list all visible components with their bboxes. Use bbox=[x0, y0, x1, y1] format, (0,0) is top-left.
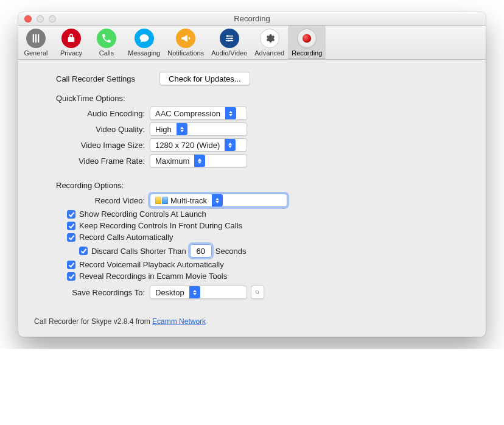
record-voicemail-checkbox[interactable] bbox=[67, 261, 75, 269]
reveal-tools-label: Reveal Recordings in Ecamm Movie Tools bbox=[79, 272, 227, 281]
zoom-window-button[interactable] bbox=[49, 15, 56, 23]
video-size-select[interactable]: 1280 x 720 (Wide) bbox=[150, 138, 247, 152]
svg-rect-2 bbox=[38, 34, 39, 43]
video-size-label: Video Image Size: bbox=[34, 141, 150, 150]
dropdown-arrows-icon bbox=[177, 123, 187, 135]
footer-text: Call Recorder for Skype v2.8.4 from bbox=[34, 317, 152, 326]
tab-notifications[interactable]: Notifications bbox=[164, 26, 208, 59]
magnifier-icon bbox=[255, 289, 260, 296]
record-auto-checkbox[interactable] bbox=[67, 233, 75, 242]
tab-label: Audio/Video bbox=[211, 49, 247, 57]
svg-point-3 bbox=[226, 35, 228, 37]
general-icon bbox=[26, 29, 46, 48]
show-controls-checkbox[interactable] bbox=[67, 210, 75, 219]
discard-short-label-pre: Discard Calls Shorter Than bbox=[91, 247, 186, 256]
tab-label: Advanced bbox=[254, 49, 284, 57]
dropdown-arrows-icon bbox=[212, 194, 223, 206]
tab-messaging[interactable]: Messaging bbox=[124, 26, 164, 59]
record-video-label: Record Video: bbox=[34, 196, 150, 205]
tab-advanced[interactable]: Advanced bbox=[251, 26, 288, 59]
tab-audio-video[interactable]: Audio/Video bbox=[208, 26, 251, 59]
multitrack-icon bbox=[155, 197, 168, 204]
keep-front-checkbox[interactable] bbox=[67, 222, 75, 230]
tab-label: Privacy bbox=[60, 49, 82, 57]
preferences-window: Recording General Privacy Calls Messagin… bbox=[18, 12, 486, 337]
lock-icon bbox=[61, 29, 81, 48]
quicktime-heading: QuickTime Options: bbox=[56, 94, 470, 103]
tab-label: Messaging bbox=[128, 49, 160, 57]
svg-rect-0 bbox=[33, 34, 34, 43]
video-quality-select[interactable]: High bbox=[150, 122, 247, 136]
tab-recording[interactable]: Recording bbox=[288, 26, 326, 59]
megaphone-icon bbox=[176, 29, 195, 48]
discard-short-label-post: Seconds bbox=[215, 247, 247, 256]
svg-rect-1 bbox=[35, 34, 37, 43]
record-video-select[interactable]: Multi-track bbox=[150, 194, 287, 207]
tab-general[interactable]: General bbox=[18, 26, 54, 59]
titlebar: Recording bbox=[18, 12, 486, 26]
tab-label: Recording bbox=[292, 49, 322, 57]
svg-point-4 bbox=[230, 38, 232, 40]
show-controls-label: Show Recording Controls At Launch bbox=[79, 209, 206, 219]
keep-front-label: Keep Recording Controls In Front During … bbox=[79, 221, 242, 230]
dropdown-arrows-icon bbox=[225, 139, 236, 151]
chat-icon bbox=[135, 29, 154, 48]
content-area: Call Recorder Settings Check for Updates… bbox=[18, 60, 486, 337]
check-updates-button[interactable]: Check for Updates... bbox=[159, 72, 250, 85]
window-title: Recording bbox=[18, 14, 486, 23]
tab-calls[interactable]: Calls bbox=[89, 26, 124, 59]
dropdown-arrows-icon bbox=[194, 155, 205, 167]
tab-label: Calls bbox=[99, 49, 114, 57]
minimize-window-button[interactable] bbox=[37, 15, 44, 23]
audio-encoding-select[interactable]: AAC Compression bbox=[150, 107, 247, 120]
dropdown-arrows-icon bbox=[189, 286, 200, 298]
footer: Call Recorder for Skype v2.8.4 from Ecam… bbox=[34, 317, 470, 326]
recording-heading: Recording Options: bbox=[56, 181, 470, 190]
audio-encoding-label: Audio Encoding: bbox=[34, 109, 150, 118]
video-quality-label: Video Quality: bbox=[34, 125, 150, 134]
gear-icon bbox=[260, 29, 279, 48]
phone-icon bbox=[97, 29, 116, 48]
sliders-icon bbox=[220, 29, 239, 48]
frame-rate-label: Video Frame Rate: bbox=[34, 156, 150, 166]
discard-short-checkbox[interactable] bbox=[79, 247, 88, 255]
record-auto-label: Record Calls Automatically bbox=[79, 233, 173, 242]
tab-privacy[interactable]: Privacy bbox=[54, 26, 89, 59]
tab-label: Notifications bbox=[167, 49, 204, 57]
save-to-select[interactable]: Desktop bbox=[150, 286, 247, 299]
svg-point-5 bbox=[228, 40, 229, 41]
close-window-button[interactable] bbox=[24, 15, 32, 23]
window-controls bbox=[18, 15, 56, 23]
record-icon bbox=[297, 29, 317, 48]
discard-seconds-input[interactable] bbox=[190, 244, 212, 258]
record-voicemail-label: Record Voicemail Playback Automatically bbox=[79, 260, 224, 269]
reveal-tools-checkbox[interactable] bbox=[67, 272, 75, 281]
settings-heading: Call Recorder Settings bbox=[56, 74, 135, 83]
frame-rate-select[interactable]: Maximum bbox=[150, 154, 247, 167]
tab-label: General bbox=[24, 49, 47, 57]
reveal-in-finder-button[interactable] bbox=[251, 286, 264, 299]
ecamm-link[interactable]: Ecamm Network bbox=[152, 317, 206, 326]
save-to-label: Save Recordings To: bbox=[34, 288, 150, 297]
preferences-toolbar: General Privacy Calls Messaging Notifica… bbox=[18, 26, 486, 60]
dropdown-arrows-icon bbox=[225, 107, 236, 119]
